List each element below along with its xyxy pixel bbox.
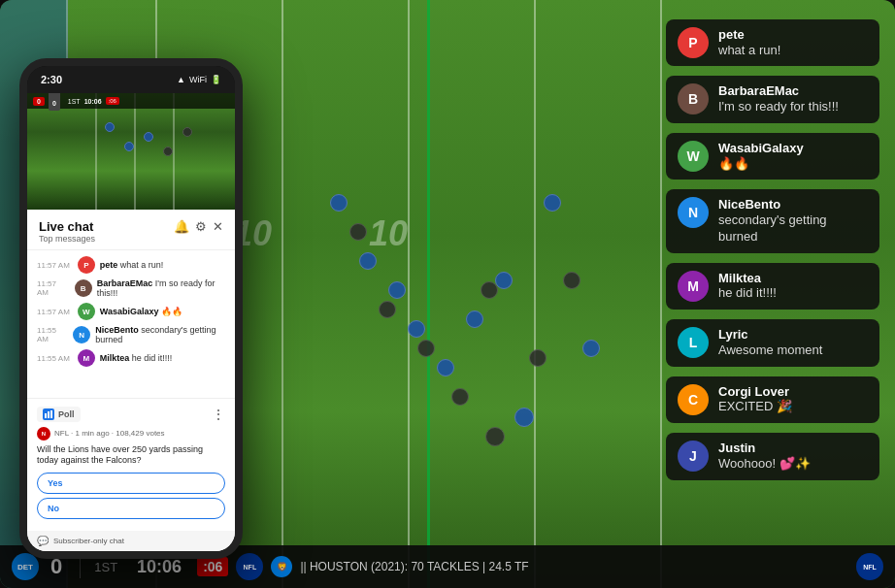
bell-icon[interactable]: 🔔 (174, 219, 189, 234)
svg-rect-2 (50, 410, 52, 418)
close-icon[interactable]: ✕ (213, 219, 223, 234)
avatar: B (678, 83, 709, 114)
field-yard-number: 10 (369, 213, 408, 254)
phone-video-score-top: 0 0 1ST 10:06 :06 (27, 93, 235, 109)
msg-time: 11:57 AM (37, 279, 67, 297)
msg-username: NiceBento (718, 197, 868, 212)
player (529, 349, 547, 367)
chat-msg-text: Milktea he did it!!!! (100, 353, 173, 363)
wifi-icon: WiFi (189, 75, 207, 84)
chat-message-row: 11:57 AM B BarbaraEMac I'm so ready for … (37, 278, 225, 298)
player (514, 408, 534, 427)
poll-section: Poll ⋮ N NFL · 1 min ago · 108,429 votes… (27, 398, 235, 531)
message-content: BarbaraEMac I'm so ready for this!!! (718, 83, 868, 114)
nfl-logo: NFL (236, 553, 263, 580)
msg-username: BarbaraEMac (718, 83, 868, 99)
chat-msg-text: BarbaraEMac I'm so ready for this!!! (97, 278, 225, 298)
msg-text: what a run! (718, 43, 868, 59)
tv-chat-message: L Lyric Awesome moment (666, 319, 879, 366)
message-content: Lyric Awesome moment (718, 327, 868, 358)
msg-username: Corgi Lover (718, 384, 868, 400)
player (417, 340, 435, 357)
chat-message-row: 11:55 AM M Milktea he did it!!!! (37, 349, 225, 367)
msg-text: Woohooo! 💕✨ (718, 456, 868, 473)
player (349, 223, 367, 241)
message-content: NiceBento secondary's getting burned (718, 197, 868, 245)
avatar: P (678, 27, 709, 58)
small-avatar: W (78, 303, 95, 320)
phone-time: 2:30 (41, 74, 62, 85)
yard-line (95, 93, 97, 210)
avatar: C (678, 384, 709, 415)
chat-header-icons[interactable]: 🔔 ⚙ ✕ (174, 219, 223, 234)
nfl-text: NFL (244, 564, 257, 571)
msg-time: 11:55 AM (37, 354, 70, 363)
chat-header: Live chat Top messages 🔔 ⚙ ✕ (27, 210, 235, 250)
lions-logo: 🦁 (271, 556, 292, 577)
chat-msg-text: pete what a run! (100, 260, 164, 270)
msg-text: secondary's getting burned (718, 212, 868, 245)
chat-message-row: 11:55 AM N NiceBento secondary's getting… (37, 325, 225, 344)
live-chat-panel: Live chat Top messages 🔔 ⚙ ✕ 11:57 AM P … (27, 210, 235, 551)
player (544, 194, 561, 212)
subscriber-icon: 💬 (37, 536, 49, 546)
phone-clock: 10:06 (84, 98, 102, 105)
message-content: WasabiGalaxy 🔥🔥 (718, 141, 868, 172)
poll-label: Poll (58, 409, 75, 419)
msg-text: EXCITED 🎉 (718, 399, 868, 415)
tv-chat-message: P pete what a run! (666, 19, 879, 66)
chat-message-row: 11:57 AM P pete what a run! (37, 256, 225, 274)
msg-username: WasabiGalaxy (718, 141, 868, 156)
player (408, 320, 425, 338)
message-content: Corgi Lover EXCITED 🎉 (718, 384, 868, 415)
player (485, 427, 505, 446)
player (359, 252, 377, 270)
message-content: Justin Woohooo! 💕✨ (718, 441, 868, 472)
chat-header-left: Live chat Top messages (39, 219, 95, 244)
phone-status-bar: 2:30 ▲ WiFi 🔋 (27, 66, 235, 93)
small-avatar: B (75, 279, 92, 297)
avatar: W (678, 141, 709, 172)
yard-line (173, 93, 175, 210)
tv-chat-message: M Milktea he did it!!!! (666, 263, 879, 310)
poll-icon (43, 408, 54, 420)
poll-meta-row: N NFL · 1 min ago · 108,429 votes (37, 427, 225, 441)
phone-field: 0 0 1ST 10:06 :06 (27, 93, 235, 210)
small-avatar: N (73, 326, 90, 343)
msg-text: I'm so ready for this!!! (718, 99, 868, 115)
player (437, 359, 454, 376)
yard-line (408, 0, 410, 588)
msg-text: Awesome moment (718, 343, 868, 359)
poll-yes-button[interactable]: Yes (37, 473, 225, 494)
tv-chat-message: B BarbaraEMac I'm so ready for this!!! (666, 76, 879, 122)
poll-meta: NFL · 1 min ago · 108,429 votes (54, 429, 165, 438)
player (451, 388, 469, 406)
message-content: Milktea he did it!!!! (718, 271, 868, 302)
player (379, 301, 396, 318)
phone-video: 0 0 1ST 10:06 :06 (27, 93, 235, 210)
nfl-small-logo: N (37, 427, 50, 441)
msg-time: 11:57 AM (37, 261, 70, 270)
chat-title: Live chat (39, 219, 95, 234)
score-team1: 0 (33, 97, 45, 106)
player (388, 281, 406, 299)
poll-option-no[interactable]: No (37, 498, 225, 519)
poll-header: Poll ⋮ (37, 407, 225, 422)
yard-line (660, 0, 662, 588)
avatar: M (678, 271, 709, 302)
filter-icon[interactable]: ⚙ (195, 219, 207, 234)
first-down-marker (427, 0, 430, 588)
chat-messages-list: 11:57 AM P pete what a run! 11:57 AM B B… (27, 250, 235, 398)
avatar: J (678, 441, 709, 472)
yard-line (282, 0, 283, 588)
tv-chat-message: W WasabiGalaxy 🔥🔥 (666, 133, 879, 180)
yard-line (534, 0, 536, 588)
poll-more-icon[interactable]: ⋮ (212, 407, 225, 422)
svg-rect-0 (45, 413, 47, 418)
battery-icon: 🔋 (211, 75, 221, 84)
msg-username: pete (718, 27, 868, 43)
phone: 2:30 ▲ WiFi 🔋 (19, 58, 243, 559)
poll-no-button[interactable]: No (37, 498, 225, 519)
poll-option-yes[interactable]: Yes (37, 473, 225, 494)
message-content: pete what a run! (718, 27, 868, 58)
